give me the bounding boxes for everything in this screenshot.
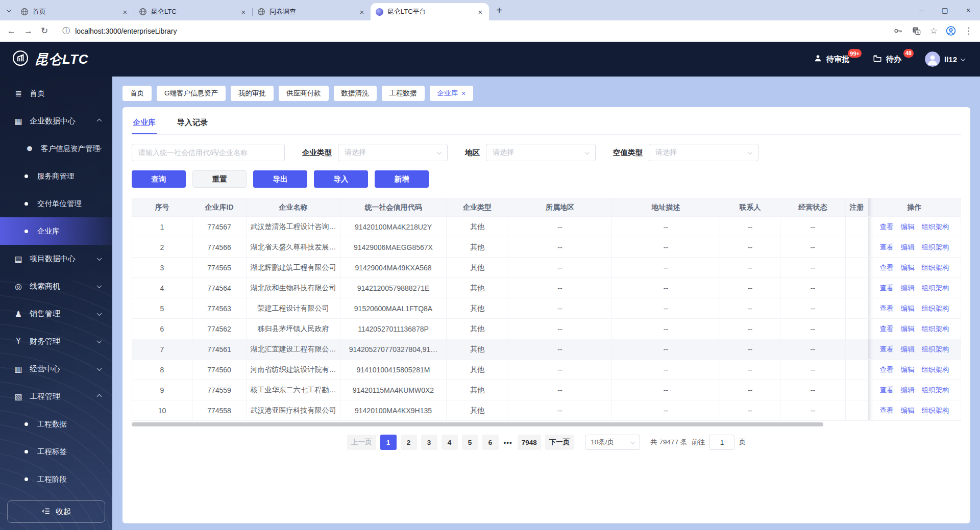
import-button[interactable]: 导入 — [314, 170, 368, 188]
user-menu[interactable]: ll12 — [925, 52, 965, 67]
todo-button[interactable]: 待办 48 — [873, 54, 901, 65]
password-key-icon[interactable] — [893, 26, 903, 36]
org-structure-link[interactable]: 组织架构 — [921, 284, 949, 292]
translate-icon[interactable]: 文A — [912, 26, 922, 36]
reset-button[interactable]: 重置 — [192, 170, 247, 188]
view-link[interactable]: 查看 — [880, 243, 894, 251]
site-info-icon[interactable]: ⓘ — [62, 26, 70, 36]
edit-link[interactable]: 编辑 — [901, 386, 915, 394]
view-link[interactable]: 查看 — [880, 305, 894, 312]
prev-page-button[interactable]: 上一页 — [347, 435, 376, 450]
sidebar-item-service-provider-mgmt[interactable]: 服务商管理 — [0, 162, 112, 190]
close-button[interactable]: × — [957, 0, 980, 20]
menu-kebab-icon[interactable]: ⋮ — [964, 26, 973, 36]
edit-link[interactable]: 编辑 — [901, 305, 915, 312]
forward-button[interactable]: → — [24, 26, 33, 36]
page-4-button[interactable]: 4 — [442, 435, 458, 450]
chip-supplier-payment[interactable]: 供应商付款 × — [279, 86, 329, 101]
org-structure-link[interactable]: 组织架构 — [921, 407, 949, 414]
edit-link[interactable]: 编辑 — [901, 325, 915, 333]
view-link[interactable]: 查看 — [880, 284, 894, 292]
pending-approvals-button[interactable]: 待审批 99+ — [814, 54, 849, 64]
chip-my-approvals[interactable]: 我的审批 × — [231, 86, 274, 101]
edit-link[interactable]: 编辑 — [901, 243, 915, 251]
org-structure-link[interactable]: 组织架构 — [921, 366, 949, 373]
view-link[interactable]: 查看 — [880, 223, 894, 231]
browser-tab-kunlun-platform[interactable]: 昆仑LTC平台 × — [371, 3, 489, 20]
sidebar-item-project-data-center[interactable]: ▤ 项目数据中心 — [0, 245, 112, 272]
horizontal-scrollbar[interactable] — [132, 422, 961, 426]
sidebar-item-customer-info-asset-mgmt[interactable]: ☻ 客户信息资产管理 — [0, 135, 112, 162]
browser-tab-kunlun-ltc[interactable]: 昆仑LTC × — [134, 3, 252, 20]
app-logo[interactable]: 昆仑LTC — [11, 49, 89, 69]
collapse-sidebar-button[interactable]: 收起 — [7, 500, 105, 523]
edit-link[interactable]: 编辑 — [901, 407, 915, 414]
content-tab-import-records[interactable]: 导入记录 — [176, 112, 209, 134]
page-7948-button[interactable]: 7948 — [518, 435, 541, 450]
new-tab-button[interactable]: + — [492, 3, 506, 17]
back-button[interactable]: ← — [7, 26, 16, 36]
query-button[interactable]: 查询 — [132, 170, 186, 188]
org-structure-link[interactable]: 组织架构 — [921, 264, 949, 271]
scrollbar-thumb[interactable] — [132, 422, 823, 426]
view-link[interactable]: 查看 — [880, 264, 894, 271]
tab-search-button[interactable] — [2, 4, 15, 17]
page-1-button[interactable]: 1 — [380, 435, 397, 450]
sidebar-item-leads-opportunities[interactable]: ◎ 线索商机 — [0, 272, 112, 300]
more-pages-icon[interactable]: ••• — [503, 439, 513, 446]
sidebar-item-enterprise-data-center[interactable]: ▦ 企业数据中心 — [0, 107, 112, 135]
chip-gside-customer-info[interactable]: G端客户信息资产 × — [157, 86, 226, 101]
sidebar-item-home[interactable]: ≣ 首页 — [0, 80, 112, 107]
page-size-select[interactable]: 10条/页 — [585, 435, 640, 450]
tab-close-icon[interactable]: × — [120, 7, 130, 16]
view-link[interactable]: 查看 — [880, 325, 894, 333]
sidebar-item-finance-mgmt[interactable]: ¥ 财务管理 — [0, 327, 112, 355]
sidebar-item-engineering-tags[interactable]: 工程标签 — [0, 438, 112, 465]
next-page-button[interactable]: 下一页 — [545, 435, 574, 450]
goto-page-input[interactable] — [709, 435, 734, 450]
edit-link[interactable]: 编辑 — [901, 284, 915, 292]
null-value-type-select[interactable]: 请选择 — [649, 144, 758, 161]
search-input[interactable] — [132, 144, 285, 161]
sidebar-item-sales-mgmt[interactable]: ♟ 销售管理 — [0, 300, 112, 327]
export-button[interactable]: 导出 — [253, 170, 307, 188]
org-structure-link[interactable]: 组织架构 — [921, 223, 949, 231]
chip-engineering-data[interactable]: 工程数据 × — [382, 86, 425, 101]
minimize-button[interactable]: – — [910, 0, 933, 20]
page-6-button[interactable]: 6 — [482, 435, 499, 450]
org-structure-link[interactable]: 组织架构 — [921, 243, 949, 251]
sidebar-item-delivery-unit-mgmt[interactable]: 交付单位管理 — [0, 190, 112, 217]
add-button[interactable]: 新增 — [375, 170, 429, 188]
view-link[interactable]: 查看 — [880, 386, 894, 394]
sidebar-item-operations-center[interactable]: ▥ 经营中心 — [0, 355, 112, 383]
chip-enterprise-library[interactable]: 企业库 × — [430, 86, 474, 101]
url-bar[interactable]: ⓘ localhost:3000/enterpriseLibrary — [56, 26, 885, 36]
tab-close-icon[interactable]: × — [476, 7, 485, 16]
chip-home[interactable]: 首页 × — [122, 86, 152, 101]
page-2-button[interactable]: 2 — [401, 435, 417, 450]
region-select[interactable]: 请选择 — [486, 144, 596, 161]
chip-close-icon[interactable]: × — [461, 89, 465, 97]
content-tab-enterprise-library[interactable]: 企业库 — [132, 112, 157, 134]
sidebar-item-engineering-mgmt[interactable]: ▧ 工程管理 — [0, 383, 112, 410]
view-link[interactable]: 查看 — [880, 345, 894, 353]
org-structure-link[interactable]: 组织架构 — [921, 305, 949, 312]
browser-tab-survey[interactable]: 问卷调查 × — [252, 3, 371, 20]
org-structure-link[interactable]: 组织架构 — [921, 345, 949, 353]
maximize-button[interactable]: ▢ — [933, 0, 957, 20]
org-structure-link[interactable]: 组织架构 — [921, 325, 949, 333]
enterprise-type-select[interactable]: 请选择 — [338, 144, 448, 161]
browser-tab-home[interactable]: 首页 × — [15, 3, 134, 20]
reload-button[interactable]: ↻ — [41, 26, 48, 36]
view-link[interactable]: 查看 — [880, 366, 894, 373]
bookmark-star-icon[interactable]: ☆ — [930, 26, 938, 36]
tab-close-icon[interactable]: × — [239, 7, 248, 16]
page-3-button[interactable]: 3 — [421, 435, 437, 450]
edit-link[interactable]: 编辑 — [901, 264, 915, 271]
edit-link[interactable]: 编辑 — [901, 345, 915, 353]
sidebar-item-engineering-stages[interactable]: 工程阶段 — [0, 465, 112, 493]
chip-data-cleaning[interactable]: 数据清洗 × — [334, 86, 377, 101]
url-text[interactable]: localhost:3000/enterpriseLibrary — [75, 27, 177, 35]
edit-link[interactable]: 编辑 — [901, 366, 915, 373]
sidebar-item-enterprise-library[interactable]: 企业库 — [0, 217, 112, 245]
